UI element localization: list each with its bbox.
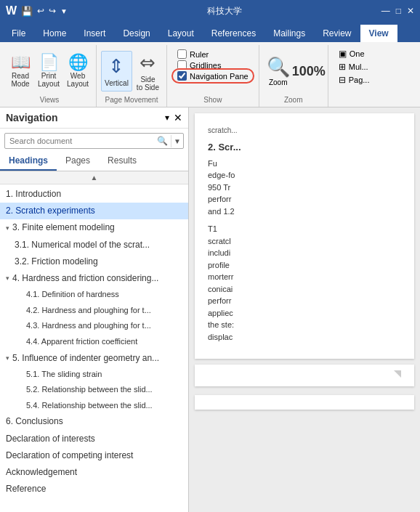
tab-mailings[interactable]: Mailings: [264, 25, 314, 42]
customize-icon[interactable]: ▼: [60, 7, 68, 15]
heading-item[interactable]: ▾ 3. Finite element modeling: [0, 219, 188, 236]
document-footer-area: [195, 395, 414, 410]
heading-item[interactable]: 1. Introduction: [0, 186, 188, 203]
print-layout-button[interactable]: 📄 PrintLayout: [35, 51, 62, 92]
heading-text: 5.2. Relationship between the slid...: [26, 383, 153, 397]
heading-item[interactable]: 4.4. Apparent friction coefficient: [0, 334, 188, 350]
collapse-arrow-icon: ▾: [6, 223, 9, 233]
tab-view[interactable]: View: [360, 25, 397, 42]
views-buttons: 📖 ReadMode 📄 PrintLayout 🌐 WebLayout: [7, 46, 92, 96]
collapse-arrow-icon: ▾: [6, 273, 9, 283]
heading-item[interactable]: 4.2. Hardness and ploughing for t...: [0, 303, 188, 319]
navigation-panel: Navigation ▾ ✕ 🔍 ▼ Headings Pages Result…: [0, 107, 189, 512]
web-layout-button[interactable]: 🌐 WebLayout: [64, 51, 92, 92]
heading-item[interactable]: 4.1. Definition of hardness: [0, 287, 188, 303]
tab-file[interactable]: File: [3, 25, 34, 42]
gridlines-checkbox[interactable]: [177, 60, 187, 70]
heading-text: 2. Scratch experiments: [6, 204, 95, 218]
subtab-pages[interactable]: Pages: [57, 152, 99, 171]
ruler-checkbox[interactable]: [177, 49, 187, 59]
search-dropdown-icon[interactable]: ▼: [171, 135, 183, 147]
page-width-button[interactable]: ⊟ Pag...: [336, 74, 373, 86]
multiple-pages-icon: ⊞: [339, 62, 346, 72]
heading-item[interactable]: Reference: [0, 481, 188, 497]
heading-item[interactable]: 3.1. Numerical model of the scrat...: [0, 237, 188, 253]
view-options-list: ▣ One ⊞ Mul... ⊟ Pag...: [333, 46, 376, 87]
word-logo: W: [6, 4, 17, 17]
heading-item[interactable]: ▾ 4. Hardness and friction considering..…: [0, 270, 188, 287]
heading-text: 1. Introduction: [6, 187, 61, 201]
ribbon-group-zoom: 🔍 Zoom 100% Zoom: [259, 45, 328, 107]
ruler-checkbox-item[interactable]: Ruler: [177, 49, 249, 59]
heading-text: 4.1. Definition of hardness: [26, 288, 119, 301]
heading-text: 6. Conclusions: [6, 415, 63, 428]
search-icon[interactable]: 🔍: [154, 134, 171, 148]
subtab-results[interactable]: Results: [99, 152, 145, 171]
heading-text: 4.3. Hardness and ploughing for t...: [26, 320, 151, 333]
redo-icon[interactable]: ↪: [49, 6, 56, 16]
tab-insert[interactable]: Insert: [75, 25, 114, 42]
tab-home[interactable]: Home: [34, 25, 75, 42]
tab-references[interactable]: References: [203, 25, 264, 42]
minimize-button[interactable]: —: [381, 6, 390, 16]
print-layout-label: PrintLayout: [38, 72, 60, 88]
heading-item[interactable]: 5.1. The sliding strain: [0, 367, 188, 383]
heading-text: 5. Influence of indenter geometry an...: [12, 352, 159, 365]
show-group-label: Show: [203, 96, 222, 105]
title-bar: W 💾 ↩ ↪ ▼ 科技大学 — □ ✕: [0, 0, 420, 22]
multiple-pages-label: Mul...: [349, 62, 368, 71]
navigation-pane-checkbox-item[interactable]: Navigation Pane: [177, 71, 249, 81]
main-area: Navigation ▾ ✕ 🔍 ▼ Headings Pages Result…: [0, 107, 420, 512]
side-to-side-icon: ⇔: [140, 52, 156, 74]
heading-text: 4. Hardness and friction considering...: [12, 272, 158, 285]
search-box: 🔍 ▼: [4, 133, 184, 149]
side-to-side-button[interactable]: ⇔ Sideto Side: [134, 51, 162, 92]
heading-item[interactable]: Declaration of interests: [0, 431, 188, 447]
navigation-pane-checkbox[interactable]: [177, 71, 187, 81]
one-page-button[interactable]: ▣ One: [336, 48, 373, 60]
collapse-bar[interactable]: ▲: [0, 171, 188, 184]
multiple-pages-button[interactable]: ⊞ Mul...: [336, 61, 373, 73]
gridlines-checkbox-item[interactable]: Gridlines: [177, 60, 249, 70]
restore-button[interactable]: □: [396, 6, 401, 16]
tab-layout[interactable]: Layout: [159, 25, 203, 42]
heading-item[interactable]: Declaration of competing interest: [0, 447, 188, 464]
doc-text-intro: scratch...: [208, 125, 401, 136]
ribbon-group-show: Ruler Gridlines Navigation Pane Show: [167, 45, 259, 107]
save-icon[interactable]: 💾: [21, 6, 33, 17]
zoom-100-button[interactable]: 100%: [294, 53, 323, 89]
vertical-icon: ⇕: [108, 55, 124, 78]
ribbon-group-views: 📖 ReadMode 📄 PrintLayout 🌐 WebLayout Vie…: [3, 45, 97, 107]
nav-dropdown-button[interactable]: ▾: [165, 113, 169, 123]
heading-item[interactable]: 5.2. Relationship between the slid...: [0, 382, 188, 398]
heading-item[interactable]: 3.2. Friction modeling: [0, 253, 188, 270]
ribbon-group-page-movement: ⇕ Vertical ⇔ Sideto Side Page Movement: [97, 45, 167, 107]
side-to-side-label: Sideto Side: [137, 76, 159, 92]
page-movement-label: Page Movement: [105, 96, 158, 105]
heading-item[interactable]: 4.3. Hardness and ploughing for t...: [0, 318, 188, 334]
one-page-icon: ▣: [339, 49, 347, 59]
document-page-1: scratch... 2. Scr... Fuedge-fo950 Trperf…: [195, 113, 414, 359]
heading-item[interactable]: 2. Scratch experiments: [0, 203, 188, 219]
heading-item[interactable]: 5.4. Relationship between the slid...: [0, 398, 188, 414]
heading-item[interactable]: 6. Conclusions: [0, 413, 188, 430]
nav-panel-title: Navigation: [6, 112, 58, 123]
vertical-button[interactable]: ⇕ Vertical: [101, 51, 132, 92]
heading-item[interactable]: ▾ 5. Influence of indenter geometry an..…: [0, 350, 188, 367]
zoom-button[interactable]: 🔍 Zoom: [264, 53, 293, 89]
ribbon: 📖 ReadMode 📄 PrintLayout 🌐 WebLayout Vie…: [0, 42, 420, 107]
heading-item[interactable]: Acknowledgement: [0, 464, 188, 481]
nav-close-button[interactable]: ✕: [174, 112, 182, 123]
read-mode-button[interactable]: 📖 ReadMode: [7, 51, 33, 92]
tab-design[interactable]: Design: [114, 25, 158, 42]
web-layout-icon: 🌐: [68, 54, 88, 70]
zoom-group-label: Zoom: [284, 96, 303, 105]
page-corner-icon: [394, 370, 401, 378]
search-input[interactable]: [5, 134, 154, 147]
tab-review[interactable]: Review: [314, 25, 360, 42]
document-page-break: [195, 365, 414, 386]
close-button[interactable]: ✕: [407, 6, 414, 16]
ribbon-tabs: File Home Insert Design Layout Reference…: [0, 22, 420, 42]
subtab-headings[interactable]: Headings: [0, 152, 57, 171]
undo-icon[interactable]: ↩: [37, 6, 44, 16]
